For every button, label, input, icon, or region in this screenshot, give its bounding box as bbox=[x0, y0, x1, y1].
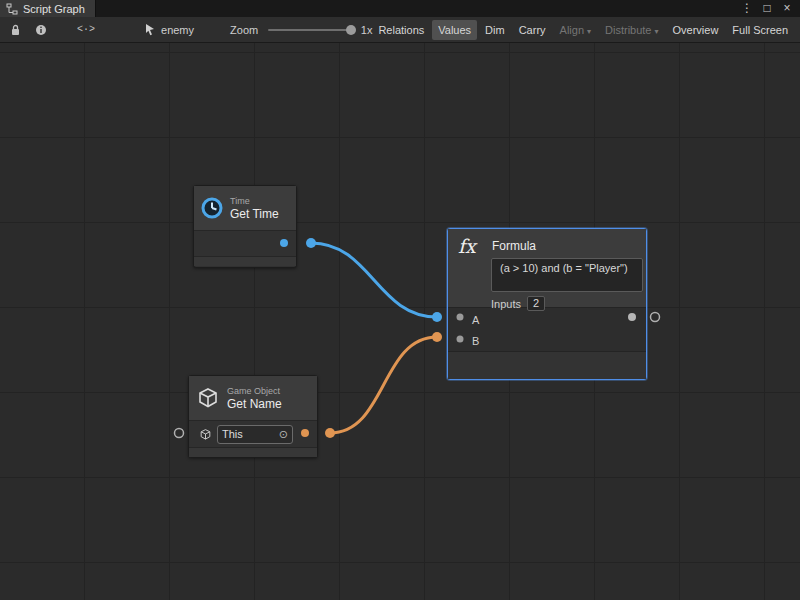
tab-script-graph[interactable]: Script Graph bbox=[0, 0, 96, 17]
port-b-label: B bbox=[472, 335, 479, 347]
target-picker-icon[interactable]: ⊙ bbox=[279, 428, 288, 441]
distribute-button[interactable]: Distribute▾ bbox=[599, 20, 664, 40]
node-header: fx Formula (a > 10) and (b = "Player") I… bbox=[448, 229, 646, 307]
node-get-name[interactable]: Game Object Get Name This ⊙ bbox=[188, 375, 318, 458]
node-title: Get Name bbox=[227, 397, 282, 411]
window-controls: ⋮ □ × bbox=[740, 0, 800, 17]
relations-button[interactable]: Relations bbox=[372, 20, 430, 40]
full-screen-button[interactable]: Full Screen bbox=[726, 20, 794, 40]
graph-name[interactable]: enemy bbox=[145, 24, 194, 36]
port-row-b: B bbox=[448, 330, 646, 351]
clock-icon bbox=[201, 197, 223, 219]
zoom-slider[interactable] bbox=[268, 29, 353, 31]
node-port-row bbox=[194, 230, 296, 256]
overview-button[interactable]: Overview bbox=[667, 20, 725, 40]
info-icon[interactable] bbox=[35, 24, 47, 36]
maximize-icon[interactable]: □ bbox=[760, 0, 774, 17]
graph-name-label: enemy bbox=[161, 24, 194, 36]
node-category: Time bbox=[230, 196, 279, 207]
node-get-time[interactable]: Time Get Time bbox=[193, 185, 297, 268]
target-object-field[interactable]: This ⊙ bbox=[217, 425, 293, 444]
title-bar: Script Graph ⋮ □ × bbox=[0, 0, 800, 17]
lock-icon[interactable] bbox=[10, 24, 21, 36]
toolbar-buttons: Relations Values Dim Carry Align▾ Distri… bbox=[372, 20, 796, 40]
node-title: Get Time bbox=[230, 207, 279, 221]
node-header: Game Object Get Name bbox=[189, 376, 317, 420]
code-icon[interactable]: <·> bbox=[77, 24, 95, 35]
node-footer bbox=[448, 351, 646, 379]
menu-icon[interactable]: ⋮ bbox=[740, 0, 754, 17]
script-graph-window: Script Graph ⋮ □ × <·> en bbox=[0, 0, 800, 600]
formula-icon: fx bbox=[458, 235, 484, 257]
graph-icon bbox=[6, 3, 18, 15]
node-category: Game Object bbox=[227, 386, 282, 397]
close-icon[interactable]: × bbox=[780, 0, 794, 17]
align-button[interactable]: Align▾ bbox=[554, 20, 597, 40]
node-footer bbox=[189, 447, 317, 457]
node-footer bbox=[194, 256, 296, 266]
carry-button[interactable]: Carry bbox=[513, 20, 552, 40]
node-title: Formula bbox=[492, 239, 536, 253]
node-formula[interactable]: fx Formula (a > 10) and (b = "Player") I… bbox=[447, 228, 647, 380]
chevron-down-icon: ▾ bbox=[587, 27, 591, 36]
zoom-slider-handle[interactable] bbox=[346, 25, 356, 35]
inputs-label: Inputs bbox=[491, 298, 521, 310]
node-header: Time Get Time bbox=[194, 186, 296, 230]
port-row-a: A bbox=[448, 309, 646, 330]
graph-canvas[interactable]: Time Get Time fx Formula (a > 10) and (b… bbox=[0, 43, 800, 600]
node-ports: A B bbox=[448, 307, 646, 351]
values-button[interactable]: Values bbox=[432, 20, 477, 40]
target-value: This bbox=[222, 428, 243, 440]
cube-icon bbox=[196, 386, 220, 410]
tab-title: Script Graph bbox=[23, 3, 85, 15]
chevron-down-icon: ▾ bbox=[655, 27, 659, 36]
cursor-icon bbox=[145, 24, 156, 36]
cube-icon-small bbox=[199, 428, 212, 441]
zoom-label: Zoom bbox=[230, 24, 258, 36]
zoom-value: 1x bbox=[361, 24, 373, 36]
node-port-row: This ⊙ bbox=[189, 420, 317, 447]
inputs-count-input[interactable]: 2 bbox=[527, 296, 545, 311]
toolbar: <·> enemy Zoom 1x Relations Values Dim C… bbox=[0, 17, 800, 43]
dim-button[interactable]: Dim bbox=[479, 20, 511, 40]
formula-expression-input[interactable]: (a > 10) and (b = "Player") bbox=[491, 258, 643, 292]
port-a-label: A bbox=[472, 314, 479, 326]
